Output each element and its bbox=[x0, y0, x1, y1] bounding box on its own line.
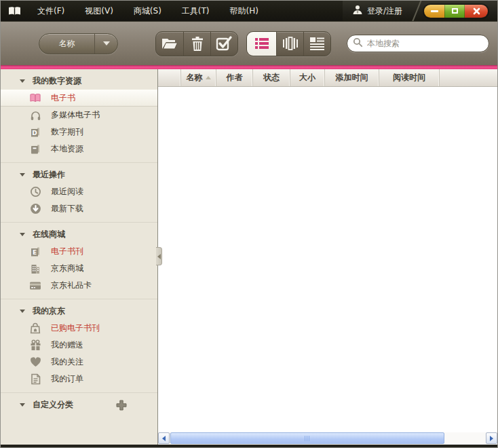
sidebar-item-label: 电子书刊 bbox=[51, 246, 83, 257]
column-added-time-label: 添加时间 bbox=[336, 72, 368, 83]
menu-view[interactable]: 视图(V) bbox=[75, 1, 123, 21]
window-bottom-edge bbox=[1, 445, 497, 447]
login-register-label: 登录/注册 bbox=[367, 5, 402, 17]
list-view-icon bbox=[254, 36, 269, 51]
sidebar-item-label: 最新下载 bbox=[51, 203, 83, 214]
scroll-left-button[interactable] bbox=[158, 432, 170, 444]
cover-view-button[interactable] bbox=[276, 32, 303, 56]
detail-view-button[interactable] bbox=[303, 32, 330, 56]
add-category-button[interactable] bbox=[115, 399, 128, 411]
section-collapse-icon bbox=[20, 403, 25, 407]
view-modes-group bbox=[246, 31, 331, 56]
minimize-button[interactable] bbox=[424, 5, 444, 18]
detail-view-icon bbox=[309, 36, 325, 51]
main-body: 我的数字资源 电子书 多媒体电子书 D bbox=[1, 69, 497, 445]
sidebar-item-label: 我的订单 bbox=[51, 373, 83, 385]
sidebar-item-digital-journals[interactable]: D 数字期刊 bbox=[1, 124, 157, 141]
sidebar-item-label: 本地资源 bbox=[51, 143, 83, 155]
svg-text:E: E bbox=[33, 249, 37, 256]
sidebar-item-label: 最近阅读 bbox=[51, 186, 83, 198]
login-register-link[interactable]: 登录/注册 bbox=[345, 5, 409, 17]
plus-icon bbox=[115, 399, 128, 411]
open-file-button[interactable] bbox=[156, 32, 183, 56]
section-title: 我的京东 bbox=[33, 305, 65, 317]
table-header: 名称 作者 状态 大小 添加时间 阅读时间 bbox=[158, 69, 497, 87]
column-author[interactable]: 作者 bbox=[216, 69, 253, 86]
section-header-recent-actions[interactable]: 最近操作 bbox=[1, 166, 157, 183]
section-header-my-jd[interactable]: 我的京东 bbox=[1, 303, 157, 320]
window-controls bbox=[424, 5, 488, 18]
menu-store[interactable]: 商城(S) bbox=[123, 1, 172, 21]
column-added-time[interactable]: 添加时间 bbox=[325, 69, 379, 86]
sidebar-item-label: 电子书 bbox=[51, 92, 75, 104]
column-read-time[interactable]: 阅读时间 bbox=[379, 69, 440, 86]
sort-dropdown-arrow-button[interactable] bbox=[94, 34, 117, 54]
section-header-custom-categories[interactable]: 自定义分类 bbox=[1, 396, 157, 413]
sidebar-item-purchased-ebooks[interactable]: 已购电子书刊 bbox=[1, 320, 157, 337]
section-collapse-icon bbox=[20, 173, 25, 176]
sidebar-item-latest-downloads[interactable]: 最新下载 bbox=[1, 200, 157, 217]
menu-tools-label: 工具(T) bbox=[182, 5, 210, 17]
sidebar-item-multimedia-ebooks[interactable]: 多媒体电子书 bbox=[1, 107, 157, 124]
section-collapse-icon bbox=[20, 79, 25, 83]
gift-card-icon bbox=[29, 281, 41, 291]
svg-text:D: D bbox=[32, 130, 37, 136]
heart-icon bbox=[29, 357, 41, 367]
column-select[interactable] bbox=[158, 69, 181, 86]
close-button[interactable] bbox=[465, 5, 488, 18]
sidebar-item-local-resources[interactable]: 本地资源 bbox=[1, 141, 157, 157]
sidebar-item-label: 已购电子书刊 bbox=[51, 322, 100, 334]
column-status[interactable]: 状态 bbox=[253, 69, 290, 86]
horizontal-scrollbar bbox=[158, 432, 497, 444]
section-header-my-digital-resources[interactable]: 我的数字资源 bbox=[1, 73, 157, 90]
user-icon bbox=[352, 5, 363, 17]
gift-icon bbox=[29, 339, 41, 351]
scrollbar-thumb[interactable] bbox=[170, 432, 444, 444]
menubar-right-area: 登录/注册 bbox=[343, 1, 497, 21]
open-folder-icon bbox=[161, 36, 179, 51]
menu-store-label: 商城(S) bbox=[134, 5, 161, 17]
menu-tools[interactable]: 工具(T) bbox=[172, 1, 220, 21]
menu-file[interactable]: 文件(F) bbox=[27, 1, 75, 21]
section-header-online-store[interactable]: 在线商城 bbox=[1, 226, 157, 243]
column-status-label: 状态 bbox=[263, 72, 280, 83]
sidebar-item-my-orders[interactable]: 我的订单 bbox=[1, 371, 157, 388]
orders-icon bbox=[29, 373, 41, 385]
sidebar-item-jd-gift-card[interactable]: 京东礼品卡 bbox=[1, 277, 157, 294]
sidebar-item-my-gifts[interactable]: 我的赠送 bbox=[1, 337, 157, 354]
sidebar-collapse-handle[interactable] bbox=[156, 247, 162, 265]
recent-read-icon bbox=[29, 186, 41, 198]
sort-dropdown[interactable]: 名称 bbox=[39, 33, 118, 54]
search-input[interactable] bbox=[367, 39, 482, 48]
app-logo-book-icon bbox=[7, 6, 22, 16]
content-area: 名称 作者 状态 大小 添加时间 阅读时间 bbox=[157, 69, 497, 445]
book-list-empty bbox=[158, 87, 497, 432]
sidebar-item-recently-read[interactable]: 最近阅读 bbox=[1, 183, 157, 200]
file-actions-group bbox=[155, 31, 238, 56]
sidebar-item-ebooks[interactable]: 电子书 bbox=[1, 90, 157, 107]
sidebar-item-my-follows[interactable]: 我的关注 bbox=[1, 354, 157, 371]
ebook-icon bbox=[29, 93, 41, 103]
list-view-button[interactable] bbox=[247, 32, 276, 56]
column-size[interactable]: 大小 bbox=[290, 69, 325, 86]
scroll-right-button[interactable] bbox=[486, 432, 497, 444]
sidebar-item-ebook-publications[interactable]: E 电子书刊 bbox=[1, 243, 157, 260]
menu-help-label: 帮助(H) bbox=[230, 5, 258, 17]
select-button[interactable] bbox=[210, 32, 237, 56]
download-icon bbox=[29, 203, 41, 214]
delete-button[interactable] bbox=[183, 32, 210, 56]
maximize-button[interactable] bbox=[444, 5, 465, 18]
sidebar-item-jd-mall[interactable]: 京东商城 bbox=[1, 260, 157, 277]
toolbar: 名称 bbox=[1, 21, 497, 65]
trash-icon bbox=[191, 36, 204, 52]
scrollbar-track[interactable] bbox=[444, 432, 486, 444]
menu-help[interactable]: 帮助(H) bbox=[220, 1, 269, 21]
local-resource-icon bbox=[29, 144, 41, 155]
sidebar-item-label: 我的赠送 bbox=[51, 339, 83, 351]
sidebar-item-label: 京东礼品卡 bbox=[51, 280, 92, 291]
menu-file-label: 文件(F) bbox=[37, 5, 64, 17]
section-title: 最近操作 bbox=[33, 169, 65, 181]
column-name[interactable]: 名称 bbox=[181, 69, 216, 86]
column-size-label: 大小 bbox=[299, 72, 315, 83]
sidebar-item-label: 数字期刊 bbox=[51, 126, 83, 138]
